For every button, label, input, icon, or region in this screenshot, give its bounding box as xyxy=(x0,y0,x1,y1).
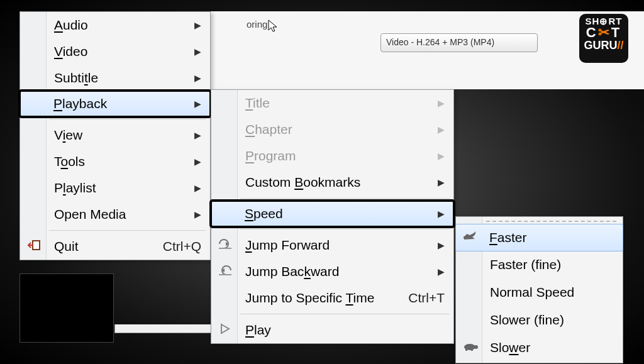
svg-point-4 xyxy=(474,345,478,349)
rabbit-icon xyxy=(461,230,479,246)
quit-icon xyxy=(25,239,43,255)
menu-item-play[interactable]: Play xyxy=(211,317,453,343)
submenu-arrow-icon: ▶ xyxy=(194,47,201,57)
menu-item-chapter[interactable]: Chapter ▶ xyxy=(211,116,453,143)
submenu-arrow-icon: ▶ xyxy=(194,183,201,193)
turtle-icon xyxy=(461,341,479,355)
submenu-arrow-icon: ▶ xyxy=(194,130,201,140)
submenu-arrow-icon: ▶ xyxy=(438,240,445,250)
menu-separator xyxy=(240,229,450,229)
menu-item-jump-forward[interactable]: Jump Forward ▶ xyxy=(211,232,453,258)
submenu-arrow-icon: ▶ xyxy=(438,177,445,187)
submenu-arrow-icon: ▶ xyxy=(438,267,445,277)
menu-item-faster[interactable]: Faster xyxy=(455,224,623,251)
submenu-arrow-icon: ▶ xyxy=(194,99,201,109)
menu-shortcut: Ctrl+T xyxy=(408,290,445,306)
menu-item-playback[interactable]: Playback ▶ xyxy=(19,91,211,117)
menu-separator xyxy=(49,119,206,119)
svg-rect-5 xyxy=(465,349,467,351)
svg-rect-2 xyxy=(219,274,231,275)
shortcut-guru-logo: SH⊕RT C✂T GURU// xyxy=(579,14,628,63)
menu-separator xyxy=(49,230,206,231)
menu-item-normal-speed[interactable]: Normal Speed xyxy=(456,279,623,306)
menu-item-speed[interactable]: Speed ▶ xyxy=(211,201,454,227)
submenu-arrow-icon: ▶ xyxy=(194,20,201,30)
submenu-arrow-icon: ▶ xyxy=(438,209,445,219)
svg-rect-1 xyxy=(219,248,231,249)
menu-item-jump-backward[interactable]: Jump Backward ▶ xyxy=(211,258,453,285)
menu-item-program[interactable]: Program ▶ xyxy=(211,143,453,169)
menu-item-slower[interactable]: Slower xyxy=(456,334,623,361)
submenu-arrow-icon: ▶ xyxy=(194,209,201,219)
menu-item-quit[interactable]: Quit Ctrl+Q xyxy=(20,233,210,260)
menu-item-open-media[interactable]: Open Media ▶ xyxy=(20,201,210,228)
submenu-arrow-icon: ▶ xyxy=(194,157,201,167)
menu-item-slower-fine[interactable]: Slower (fine) xyxy=(456,306,623,334)
menu-item-custom-bookmarks[interactable]: Custom Bookmarks ▶ xyxy=(211,169,453,196)
menu-item-faster-fine[interactable]: Faster (fine) xyxy=(456,251,623,279)
menu-item-audio[interactable]: Audio ▶ xyxy=(20,12,210,38)
jump-forward-icon xyxy=(216,238,234,253)
menu-item-tools[interactable]: Tools ▶ xyxy=(20,148,210,175)
menu-item-subtitle[interactable]: Subtitle ▶ xyxy=(20,65,210,91)
speed-submenu: Faster Faster (fine) Normal Speed Slower… xyxy=(455,216,623,363)
submenu-arrow-icon: ▶ xyxy=(194,73,201,83)
profile-dropdown[interactable]: Video - H.264 + MP3 (MP4) xyxy=(380,33,538,52)
playback-submenu: Title ▶ Chapter ▶ Program ▶ Custom Bookm… xyxy=(211,89,454,344)
menu-item-playlist[interactable]: Playlist ▶ xyxy=(20,175,210,201)
menu-item-jump-to-time[interactable]: Jump to Specific Time Ctrl+T xyxy=(211,285,453,311)
menu-item-view[interactable]: View ▶ xyxy=(20,122,210,148)
submenu-arrow-icon: ▶ xyxy=(438,151,445,161)
submenu-arrow-icon: ▶ xyxy=(438,98,445,108)
panel-strip xyxy=(114,324,221,333)
submenu-arrow-icon: ▶ xyxy=(438,124,445,135)
profile-dropdown-value: Video - H.264 + MP3 (MP4) xyxy=(386,37,494,47)
menu-separator xyxy=(240,198,450,199)
main-context-menu: Audio ▶ Video ▶ Subtitle ▶ Playback ▶ Vi… xyxy=(19,11,211,260)
play-icon xyxy=(216,323,234,338)
video-preview-area xyxy=(19,273,114,343)
menu-item-video[interactable]: Video ▶ xyxy=(20,38,210,65)
svg-rect-0 xyxy=(33,241,40,250)
menu-separator xyxy=(240,314,450,314)
svg-rect-6 xyxy=(471,349,473,351)
jump-backward-icon xyxy=(216,264,234,280)
menu-shortcut: Ctrl+Q xyxy=(163,239,201,254)
menu-item-title[interactable]: Title ▶ xyxy=(211,90,453,116)
menu-separator xyxy=(486,221,616,222)
